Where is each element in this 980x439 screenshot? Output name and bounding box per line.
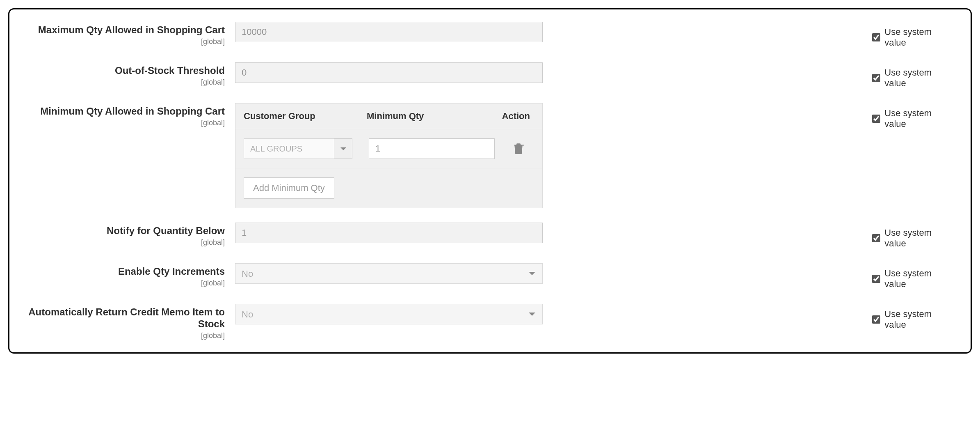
scope-text: [global] <box>22 279 225 287</box>
max-qty-input[interactable] <box>235 22 543 42</box>
max-qty-label: Maximum Qty Allowed in Shopping Cart <box>38 24 225 35</box>
qty-increments-system-checkbox[interactable] <box>872 274 880 283</box>
notify-below-label: Notify for Quantity Below <box>107 225 225 236</box>
qty-increments-select-wrap: No <box>235 263 543 284</box>
max-qty-system-checkbox[interactable] <box>872 33 880 42</box>
notify-below-system-checkbox[interactable] <box>872 234 880 243</box>
auto-return-system-checkbox[interactable] <box>872 315 880 324</box>
qty-increments-label: Enable Qty Increments <box>118 266 225 277</box>
auto-return-select-wrap: No <box>235 304 543 324</box>
field-notify-below: Notify for Quantity Below [global] Use s… <box>22 223 950 249</box>
out-of-stock-input[interactable] <box>235 62 543 83</box>
notify-below-input[interactable] <box>235 223 543 243</box>
min-qty-header-action: Action <box>490 111 534 122</box>
min-qty-header-min: Minimum Qty <box>367 111 490 122</box>
min-qty-value-input[interactable] <box>369 138 495 159</box>
config-panel: Maximum Qty Allowed in Shopping Cart [gl… <box>8 8 972 354</box>
field-auto-return: Automatically Return Credit Memo Item to… <box>22 304 950 340</box>
min-qty-header-group: Customer Group <box>244 111 367 122</box>
max-qty-system-label: Use system value <box>884 27 950 48</box>
chevron-down-icon <box>334 138 352 159</box>
out-of-stock-label: Out-of-Stock Threshold <box>115 65 225 76</box>
add-min-qty-button[interactable]: Add Minimum Qty <box>244 177 334 199</box>
qty-increments-system-label: Use system value <box>884 268 950 290</box>
field-max-qty: Maximum Qty Allowed in Shopping Cart [gl… <box>22 22 950 48</box>
min-qty-system-label: Use system value <box>884 108 950 129</box>
field-out-of-stock: Out-of-Stock Threshold [global] Use syst… <box>22 62 950 89</box>
scope-text: [global] <box>22 331 225 340</box>
min-qty-table-header: Customer Group Minimum Qty Action <box>235 103 542 129</box>
auto-return-label: Automatically Return Credit Memo Item to… <box>28 306 225 329</box>
customer-group-select-wrap: ALL GROUPS <box>244 138 352 159</box>
scope-text: [global] <box>22 37 225 46</box>
delete-row-button[interactable] <box>511 140 526 158</box>
customer-group-select[interactable]: ALL GROUPS <box>244 138 334 159</box>
min-qty-system-checkbox[interactable] <box>872 114 880 123</box>
notify-below-system-label: Use system value <box>884 228 950 249</box>
min-qty-label: Minimum Qty Allowed in Shopping Cart <box>40 106 225 117</box>
out-of-stock-system-label: Use system value <box>884 67 950 89</box>
scope-text: [global] <box>22 238 225 247</box>
field-min-qty: Minimum Qty Allowed in Shopping Cart [gl… <box>22 103 950 208</box>
auto-return-system-label: Use system value <box>884 309 950 330</box>
min-qty-table: Customer Group Minimum Qty Action ALL GR… <box>235 103 543 208</box>
auto-return-select[interactable]: No <box>235 304 543 324</box>
scope-text: [global] <box>22 119 225 127</box>
trash-icon <box>513 149 524 156</box>
table-row: ALL GROUPS <box>235 129 542 168</box>
out-of-stock-system-checkbox[interactable] <box>872 74 880 83</box>
field-qty-increments: Enable Qty Increments [global] No Use sy… <box>22 263 950 290</box>
scope-text: [global] <box>22 78 225 87</box>
min-qty-table-footer: Add Minimum Qty <box>235 168 542 208</box>
qty-increments-select[interactable]: No <box>235 263 543 284</box>
